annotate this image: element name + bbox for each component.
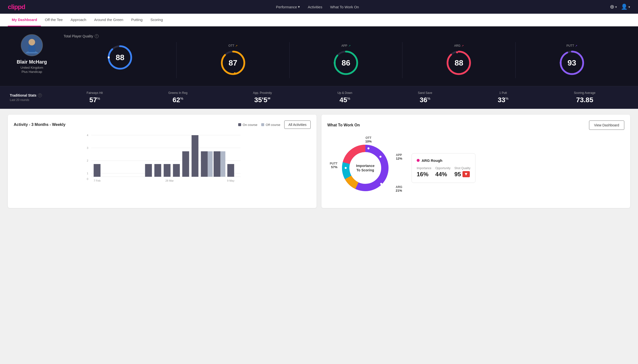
info-card-dot <box>417 159 420 162</box>
tab-around-the-green[interactable]: Around the Green <box>90 14 127 26</box>
on-course-legend-dot <box>238 123 241 126</box>
stat-up-and-down: Up & Down 45% <box>337 91 352 104</box>
app-segment-label: APP 12% <box>396 153 402 160</box>
info-importance: Importance 16% <box>417 166 431 178</box>
arg-segment-label: ARG 21% <box>396 185 402 192</box>
stats-help-icon[interactable]: ? <box>38 94 42 97</box>
chevron-down-icon: ▾ <box>615 5 617 9</box>
wtwo-content: PUTT 57% OTT 10% APP 12% ARG <box>327 134 624 202</box>
bar-w13-off <box>208 151 213 177</box>
shot-quality-badge: ▼ <box>463 171 470 177</box>
score-app-value: 86 <box>341 58 350 68</box>
ott-dot <box>367 148 369 149</box>
player-handicap: Plus Handicap <box>22 70 42 74</box>
arg-arrow-icon: ↗ <box>462 44 464 48</box>
user-menu-button[interactable]: 👤 ▾ <box>621 4 630 10</box>
tpq-help-icon[interactable]: ? <box>95 34 99 38</box>
info-card-title: ARG Rough <box>417 158 470 162</box>
bar-w8-on <box>154 164 161 177</box>
stat-app-proximity: App. Proximity 35'5" <box>253 91 272 104</box>
app-label: APP ↗ <box>341 44 351 48</box>
score-arg: ARG ↗ 88 <box>402 42 515 78</box>
player-name: Blair McHarg <box>17 59 47 65</box>
nav-what-to-work-on[interactable]: What To Work On <box>330 5 359 9</box>
tab-putting[interactable]: Putting <box>127 14 147 26</box>
chart-legend: On course Off course <box>238 123 280 127</box>
bar-w13-on <box>201 151 208 177</box>
ott-segment-label: OTT 10% <box>365 136 372 143</box>
x-label-mar: 28 Mar <box>165 179 174 182</box>
svg-point-1 <box>29 39 35 46</box>
putt-dot <box>345 167 347 169</box>
bar-w11-on <box>182 151 189 177</box>
tpq-label: Total Player Quality ? <box>64 34 628 38</box>
tabs-bar: My Dashboard Off the Tee Approach Around… <box>0 14 638 26</box>
tab-approach[interactable]: Approach <box>67 14 90 26</box>
app-dot <box>379 156 381 158</box>
user-icon: 👤 <box>621 4 627 10</box>
stats-label-section: Traditional Stats ? Last 20 rounds <box>10 94 54 102</box>
info-card: ARG Rough Importance 16% Opportunity 44% <box>411 153 476 183</box>
tab-off-the-tee[interactable]: Off the Tee <box>41 14 67 26</box>
legend-on-course: On course <box>238 123 257 127</box>
ott-arrow-icon: ↗ <box>235 44 238 48</box>
putt-segment-label: PUTT 57% <box>330 162 337 169</box>
circle-app: 86 <box>332 50 359 76</box>
stat-scoring-average: Scoring Average 73.85 <box>574 91 595 104</box>
stats-subtitle: Last 20 rounds <box>10 98 54 102</box>
score-app: APP ↗ 86 <box>290 42 402 78</box>
ott-label: OTT ↗ <box>229 44 238 48</box>
y-label-1: 1 <box>87 172 88 175</box>
hero-section: Blair McHarg United Kingdom Plus Handica… <box>0 26 638 86</box>
nav-right-icons: ⊕ ▾ 👤 ▾ <box>610 4 630 10</box>
bar-w1-on <box>94 164 101 177</box>
score-total: 88 <box>64 42 176 78</box>
donut-center-circle <box>352 154 379 182</box>
scores-section: Total Player Quality ? 88 <box>64 34 628 78</box>
stats-values: Fairways Hit 57% Greens In Reg 62% App. … <box>54 91 628 104</box>
activity-panel: Activity - 3 Months - Weekly On course O… <box>8 115 317 208</box>
bar-w7-on <box>145 164 152 177</box>
bar-w14-on <box>214 151 221 177</box>
avatar <box>21 34 43 56</box>
what-to-work-on-panel: What To Work On View Dashboard PUTT 57% … <box>321 115 630 208</box>
score-ott: OTT ↗ 87 <box>176 42 289 78</box>
tab-scoring[interactable]: Scoring <box>146 14 167 26</box>
nav-performance[interactable]: Performance ▾ <box>276 5 300 9</box>
svg-rect-2 <box>28 46 36 52</box>
bar-w12-on <box>192 135 198 177</box>
score-putt: PUTT ↗ 93 <box>516 42 628 78</box>
tab-my-dashboard[interactable]: My Dashboard <box>8 14 41 26</box>
stat-sand-save: Sand Save 36% <box>418 91 432 104</box>
score-putt-value: 93 <box>567 58 576 68</box>
putt-label: PUTT ↗ <box>566 44 577 48</box>
player-country: United Kingdom <box>21 66 43 70</box>
app-logo[interactable]: clippd <box>8 3 25 11</box>
wtwо-panel-header: What To Work On View Dashboard <box>327 120 624 130</box>
chevron-down-icon: ▾ <box>628 5 630 9</box>
arg-dot <box>380 183 382 185</box>
chart-area: 4 3 2 1 0 <box>14 133 311 186</box>
info-opportunity: Opportunity 44% <box>435 166 451 178</box>
info-card-stats: Importance 16% Opportunity 44% Shot Qual… <box>417 166 470 178</box>
activity-chart-svg: 4 3 2 1 0 <box>14 133 311 186</box>
y-label-2: 2 <box>87 159 88 162</box>
top-navigation: clippd Performance ▾ Activities What To … <box>0 0 638 14</box>
view-dashboard-button[interactable]: View Dashboard <box>589 120 624 130</box>
donut-center-line2: To Scoring <box>356 168 374 172</box>
x-label-feb: 7 Feb <box>94 179 100 182</box>
info-shot-quality: Shot Quality 95 ▼ <box>454 166 470 178</box>
x-label-may: 9 May <box>227 179 235 182</box>
add-button[interactable]: ⊕ ▾ <box>610 4 617 10</box>
stats-bar: Traditional Stats ? Last 20 rounds Fairw… <box>0 86 638 109</box>
bar-w14-off <box>221 151 226 177</box>
chevron-down-icon: ▾ <box>298 5 300 9</box>
legend-off-course: Off course <box>261 123 280 127</box>
plus-circle-icon: ⊕ <box>610 4 614 10</box>
nav-links: Performance ▾ Activities What To Work On <box>276 5 359 9</box>
all-activities-button[interactable]: All Activities <box>284 120 311 129</box>
stat-greens-in-reg: Greens In Reg 62% <box>168 91 187 104</box>
nav-activities[interactable]: Activities <box>308 5 322 9</box>
score-total-value: 88 <box>116 53 124 62</box>
bar-w10-on <box>173 164 180 177</box>
